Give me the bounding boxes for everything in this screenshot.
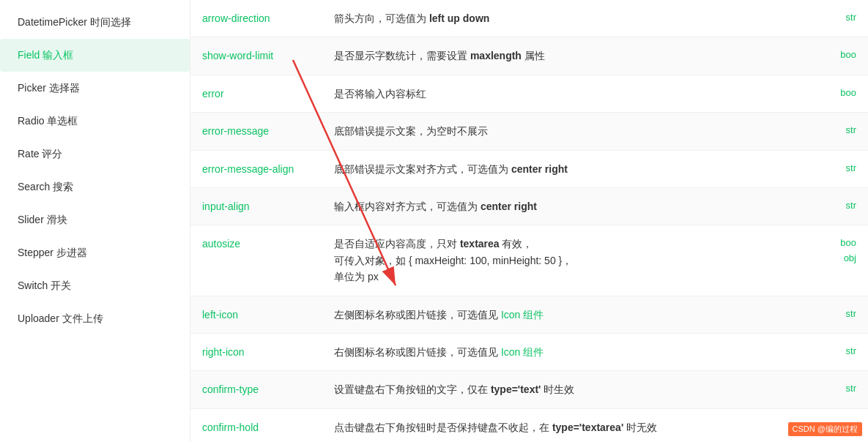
table-row: left-icon 左侧图标名称或图片链接，可选值见 Icon 组件 str: [190, 296, 868, 333]
sidebar-item-datetimepicker[interactable]: DatetimePicker 时间选择: [0, 6, 190, 39]
prop-type: boo: [824, 37, 868, 75]
highlight-type-text: type='text': [491, 383, 541, 395]
watermark: CSDN @编的过程: [788, 422, 862, 436]
prop-name: error-message: [190, 113, 322, 150]
prop-type: str: [824, 371, 868, 408]
prop-desc: 是否自适应内容高度，只对 textarea 有效， 可传入对象，如 { maxH…: [322, 225, 824, 296]
sidebar-item-rate[interactable]: Rate 评分: [0, 138, 190, 171]
table-row: input-align 输入框内容对齐方式，可选值为 center right …: [190, 187, 868, 225]
prop-name: left-icon: [190, 296, 322, 333]
prop-type: str: [824, 113, 868, 150]
prop-name: right-icon: [190, 333, 322, 370]
prop-name: autosize: [190, 225, 322, 296]
sidebar-item-switch[interactable]: Switch 开关: [0, 269, 190, 302]
prop-desc: 设置键盘右下角按钮的文字，仅在 type='text' 时生效: [322, 371, 824, 408]
prop-name: confirm-type: [190, 371, 322, 408]
prop-type: str: [824, 0, 868, 37]
highlight-type-textarea: type='textarea': [552, 422, 623, 433]
icon-link2[interactable]: Icon 组件: [501, 346, 544, 358]
prop-name: error: [190, 75, 322, 112]
highlight-maxlength: maxlength: [470, 50, 522, 61]
table-row: confirm-hold 点击键盘右下角按钮时是否保持键盘不收起，在 type=…: [190, 408, 868, 442]
table-row: right-icon 右侧图标名称或图片链接，可选值见 Icon 组件 str: [190, 333, 868, 370]
prop-desc: 是否将输入内容标红: [322, 75, 824, 112]
sidebar-item-field[interactable]: Field 输入框: [0, 39, 190, 72]
highlight-up: up: [448, 12, 460, 24]
prop-desc: 是否显示字数统计，需要设置 maxlength 属性: [322, 37, 824, 75]
prop-desc: 输入框内容对齐方式，可选值为 center right: [322, 187, 824, 225]
prop-desc: 底部错误提示文案对齐方式，可选值为 center right: [322, 150, 824, 187]
prop-desc: 右侧图标名称或图片链接，可选值见 Icon 组件: [322, 333, 824, 370]
prop-desc: 箭头方向，可选值为 left up down: [322, 0, 824, 37]
table-row: error-message 底部错误提示文案，为空时不展示 str: [190, 113, 868, 150]
prop-type: booobj: [824, 225, 868, 296]
sidebar-item-uploader[interactable]: Uploader 文件上传: [0, 302, 190, 335]
highlight-down: down: [463, 12, 490, 24]
highlight-right: right: [545, 163, 568, 175]
main-wrapper: arrow-direction 箭头方向，可选值为 left up down s…: [190, 0, 868, 442]
prop-desc: 左侧图标名称或图片链接，可选值见 Icon 组件: [322, 296, 824, 333]
main-content: arrow-direction 箭头方向，可选值为 left up down s…: [190, 0, 868, 442]
prop-name: confirm-hold: [190, 408, 322, 442]
prop-type: str: [824, 150, 868, 187]
property-table: arrow-direction 箭头方向，可选值为 left up down s…: [190, 0, 868, 442]
highlight-textarea: textarea: [460, 238, 500, 250]
table-row: autosize 是否自适应内容高度，只对 textarea 有效， 可传入对象…: [190, 225, 868, 296]
prop-name: error-message-align: [190, 150, 322, 187]
icon-link[interactable]: Icon 组件: [501, 309, 544, 321]
highlight-right2: right: [514, 201, 537, 212]
table-row: arrow-direction 箭头方向，可选值为 left up down s…: [190, 0, 868, 37]
highlight-left: left: [429, 12, 445, 24]
table-row: error-message-align 底部错误提示文案对齐方式，可选值为 ce…: [190, 150, 868, 187]
table-row: confirm-type 设置键盘右下角按钮的文字，仅在 type='text'…: [190, 371, 868, 408]
prop-desc: 点击键盘右下角按钮时是否保持键盘不收起，在 type='textarea' 时无…: [322, 408, 824, 442]
prop-type: str: [824, 187, 868, 225]
prop-name: show-word-limit: [190, 37, 322, 75]
sidebar-item-picker[interactable]: Picker 选择器: [0, 72, 190, 105]
prop-name: input-align: [190, 187, 322, 225]
prop-type: str: [824, 296, 868, 333]
prop-desc: 底部错误提示文案，为空时不展示: [322, 113, 824, 150]
table-row: error 是否将输入内容标红 boo: [190, 75, 868, 112]
prop-type: str: [824, 333, 868, 370]
highlight-center2: center: [481, 201, 511, 212]
sidebar-item-stepper[interactable]: Stepper 步进器: [0, 236, 190, 269]
prop-name: arrow-direction: [190, 0, 322, 37]
prop-type: boo: [824, 75, 868, 112]
table-row: show-word-limit 是否显示字数统计，需要设置 maxlength …: [190, 37, 868, 75]
sidebar-item-search[interactable]: Search 搜索: [0, 171, 190, 203]
highlight-center: center: [511, 163, 542, 175]
sidebar: DatetimePicker 时间选择 Field 输入框 Picker 选择器…: [0, 0, 190, 442]
sidebar-item-slider[interactable]: Slider 滑块: [0, 203, 190, 236]
sidebar-item-radio[interactable]: Radio 单选框: [0, 105, 190, 138]
